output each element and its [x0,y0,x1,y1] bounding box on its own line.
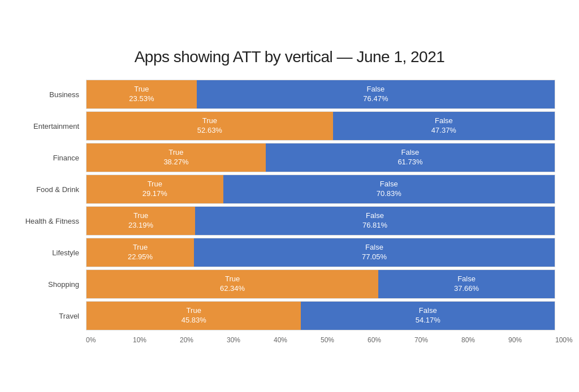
bar-label: Business [24,90,86,99]
bar-label: Health & Fitness [24,217,86,225]
bar-label: Shopping [24,280,86,289]
true-segment: True52.63% [87,112,333,140]
chart-container: Apps showing ATT by vertical — June 1, 2… [18,37,561,355]
x-axis: 0%10%20%30%40%50%60%70%80%90%100% [86,336,555,344]
bar-row: Food & DrinkTrue29.17%False70.83% [24,175,555,204]
bar-track: True23.19%False76.81% [86,206,555,236]
false-segment: False61.73% [266,143,555,172]
x-tick: 60% [368,336,414,344]
chart-area: BusinessTrue23.53%False76.47%Entertainme… [24,80,555,333]
false-segment: False76.47% [197,80,555,108]
bar-track: True38.27%False61.73% [86,143,555,172]
true-segment: True62.34% [87,270,378,298]
x-tick: 90% [508,336,555,344]
false-segment: False70.83% [223,175,555,203]
false-segment: False77.05% [194,238,555,267]
x-tick: 10% [133,336,180,344]
bar-row: TravelTrue45.83%False54.17% [24,301,555,330]
true-segment: True22.95% [87,238,194,267]
false-segment: False37.66% [378,270,555,298]
bar-row: BusinessTrue23.53%False76.47% [24,80,555,109]
bar-label: Food & Drink [24,185,86,194]
false-segment: False54.17% [301,302,555,330]
bar-label: Lifestyle [24,249,86,257]
bar-track: True45.83%False54.17% [86,301,555,330]
true-segment: True38.27% [87,143,266,172]
x-tick: 80% [461,336,508,344]
bar-row: EntertainmentTrue52.63%False47.37% [24,111,555,141]
x-tick: 20% [180,336,227,344]
x-tick: 40% [274,336,321,344]
bar-row: LifestyleTrue22.95%False77.05% [24,238,555,267]
chart-title: Apps showing ATT by vertical — June 1, 2… [24,48,555,66]
bar-label: Entertainment [24,122,86,130]
bar-track: True52.63%False47.37% [86,111,555,141]
true-segment: True29.17% [87,175,223,203]
x-tick: 50% [321,336,368,344]
bar-label: Travel [24,312,86,320]
true-segment: True23.19% [87,207,195,235]
bar-row: Health & FitnessTrue23.19%False76.81% [24,206,555,236]
bar-track: True23.53%False76.47% [86,80,555,109]
bar-label: Finance [24,154,86,162]
bar-row: FinanceTrue38.27%False61.73% [24,143,555,172]
x-tick: 70% [414,336,461,344]
bar-row: ShoppingTrue62.34%False37.66% [24,269,555,299]
bar-track: True62.34%False37.66% [86,269,555,299]
false-segment: False47.37% [333,112,555,140]
bar-track: True22.95%False77.05% [86,238,555,267]
bar-track: True29.17%False70.83% [86,175,555,204]
x-tick: 0% [86,336,133,344]
true-segment: True23.53% [87,80,197,108]
true-segment: True45.83% [87,302,301,330]
x-tick: 30% [227,336,274,344]
false-segment: False76.81% [195,207,555,235]
